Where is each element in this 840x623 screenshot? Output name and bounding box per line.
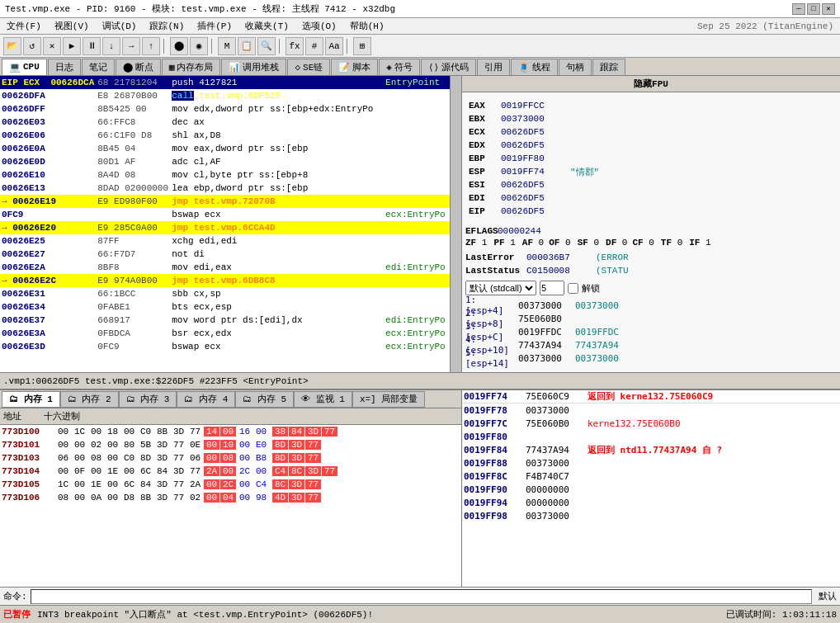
flag-item[interactable]: CF 0 [632, 238, 654, 248]
disasm-row[interactable]: 00626DFF 8B5425 00 mov edx,dword ptr ss:… [0, 102, 450, 116]
toolbar-step-out[interactable]: ↑ [142, 37, 160, 55]
close-button[interactable]: ✕ [822, 3, 835, 15]
tab-callstack[interactable]: 📊 调用堆栈 [221, 59, 286, 75]
toolbar-run[interactable]: ▶ [63, 37, 81, 55]
mem-byte: 00 [220, 427, 236, 437]
disasm-row[interactable]: → 00626E2C E9 974A0B00 jmp test.vmp.6DB8… [0, 274, 450, 287]
toolbar-aa[interactable]: Aa [325, 37, 343, 55]
disasm-row[interactable]: 00626E34 0FABE1 bts ecx,esp [0, 300, 450, 314]
flag-item[interactable]: PF 1 [493, 238, 515, 248]
register-row[interactable]: ESP 0019FF74 "情郡" [469, 165, 833, 178]
toolbar-ref[interactable]: 🔍 [257, 37, 276, 55]
toolbar-close[interactable]: ✕ [43, 37, 61, 55]
toolbar-pause[interactable]: ⏸ [83, 37, 101, 55]
disasm-row[interactable]: → 00626E19 E9 ED980F00 jmp test.vmp.7207… [0, 195, 450, 208]
mem-tab-watch[interactable]: 👁 监视 1 [294, 391, 352, 408]
tab-source[interactable]: ⟨⟩ 源代码 [421, 59, 476, 75]
disasm-row[interactable]: → 00626E20 E9 285C0A00 jmp test.vmp.6CCA… [0, 221, 450, 234]
menu-view[interactable]: 视图(V) [51, 19, 92, 33]
tab-log[interactable]: 日志 [48, 59, 81, 75]
toolbar-mem[interactable]: M [218, 37, 236, 55]
disasm-row[interactable]: 00626E10 8A4D 08 mov cl,byte ptr ss:[ebp… [0, 168, 450, 182]
disasm-row[interactable]: 0FC9 bswap ecx ecx:EntryPo [0, 208, 450, 221]
flag-item[interactable]: AF 0 [522, 238, 544, 248]
mem-tab-1[interactable]: 🗂 内存 1 [2, 391, 60, 408]
disasm-scrollbar[interactable] [450, 76, 461, 372]
stack-depth-input[interactable] [540, 281, 564, 295]
toolbar-extra[interactable]: ⊞ [353, 37, 371, 55]
disasm-row[interactable]: 00626E37 668917 mov word ptr ds:[edi],dx… [0, 314, 450, 327]
menu-options[interactable]: 选项(O) [299, 19, 340, 33]
toolbar-bp2[interactable]: ◉ [190, 37, 208, 55]
menu-trace[interactable]: 跟踪(N) [146, 19, 187, 33]
toolbar-sep2 [211, 39, 215, 54]
mem-tab-3[interactable]: 🗂 内存 3 [119, 391, 177, 408]
menu-file[interactable]: 文件(F) [3, 19, 45, 33]
tab-symbol[interactable]: ◈ 符号 [379, 59, 420, 75]
ret-addr: 0019FF94 [464, 498, 526, 508]
tab-trace[interactable]: 跟踪 [592, 59, 625, 75]
disasm-row[interactable]: 00626E0D 80D1 AF adc cl,AF [0, 155, 450, 168]
disasm-row[interactable]: 00626E25 87FF xchg edi,edi [0, 234, 450, 248]
register-row[interactable]: EDI 00626DF5 [469, 191, 833, 205]
flag-item[interactable]: DF 0 [606, 238, 627, 248]
menu-help[interactable]: 帮助(H) [347, 19, 388, 33]
register-row[interactable]: ECX 00626DF5 [469, 125, 833, 139]
tab-ref[interactable]: 引用 [477, 59, 510, 75]
disasm-row[interactable]: 00626E13 8DAD 02000000 lea ebp,dword ptr… [0, 182, 450, 195]
tab-thread[interactable]: 🧵 线程 [511, 59, 558, 75]
mem-tab-2[interactable]: 🗂 内存 2 [60, 391, 119, 408]
toolbar-log[interactable]: 📋 [238, 37, 256, 55]
menu-plugin[interactable]: 插件(P) [194, 19, 235, 33]
cmd-input[interactable] [31, 589, 812, 604]
tab-mem-map[interactable]: ▦ 内存布局 [162, 59, 221, 75]
tab-cpu[interactable]: 💻 CPU [2, 59, 47, 75]
disasm-row[interactable]: EIP ECX 00626DCA 68 21781204 push 412782… [0, 76, 450, 89]
mem-addr: 773D101 [2, 440, 55, 450]
toolbar-restart[interactable]: ↺ [23, 37, 41, 55]
register-row[interactable]: EIP 00626DF5 [469, 205, 833, 218]
flag-item[interactable]: OF 0 [549, 238, 570, 248]
flag-item[interactable]: ZF 1 [465, 238, 487, 248]
mem-tab-locals[interactable]: x=] 局部变量 [352, 391, 425, 408]
reg-value: 00626DF5 [501, 127, 567, 137]
calling-conv-select[interactable]: 默认 (stdcall) [465, 281, 536, 295]
disasm-row[interactable]: 00626E03 66:FFC8 dec ax [0, 116, 450, 129]
resolve-checkbox[interactable] [568, 283, 578, 294]
tab-se[interactable]: ◇ SE链 [287, 59, 330, 75]
register-row[interactable]: EAX 0019FFCC [469, 99, 833, 112]
disasm-row[interactable]: 00626E2A 8BF8 mov edi,eax edi:EntryPo [0, 261, 450, 274]
register-row[interactable]: EDX 00626DF5 [469, 139, 833, 152]
flag-item[interactable]: IF 1 [689, 238, 710, 248]
flag-item[interactable]: SF 0 [578, 238, 599, 248]
minimize-button[interactable]: — [792, 3, 805, 15]
toolbar-step-into[interactable]: ↓ [102, 37, 120, 55]
disasm-row[interactable]: 00626E3A 0FBDCA bsr ecx,edx ecx:EntryPo [0, 327, 450, 340]
tab-handle[interactable]: 句柄 [559, 59, 592, 75]
menu-debug[interactable]: 调试(D) [99, 19, 140, 33]
disasm-row[interactable]: 00626DFA E8 26870B00 call test.vmp.6DF52… [0, 89, 450, 102]
toolbar-bp[interactable]: ⬤ [170, 37, 188, 55]
register-row[interactable]: EBP 0019FF80 [469, 152, 833, 165]
menu-bookmarks[interactable]: 收藏夹(T) [242, 19, 292, 33]
mem-tab-4[interactable]: 🗂 内存 4 [177, 391, 235, 408]
toolbar-open[interactable]: 📂 [3, 37, 21, 55]
toolbar-hash[interactable]: # [305, 37, 323, 55]
toolbar-fx[interactable]: fx [286, 37, 304, 55]
stack-first-comment: 返回到 kerne132.75E060C9 [588, 390, 713, 403]
mem-tab-5[interactable]: 🗂 内存 5 [235, 391, 294, 408]
disasm-row[interactable]: 00626E0A 8B45 04 mov eax,dword ptr ss:[e… [0, 142, 450, 155]
tab-note[interactable]: 笔记 [82, 59, 115, 75]
disasm-row[interactable]: 00626E31 66:1BCC sbb cx,sp [0, 287, 450, 300]
tab-bp[interactable]: ⬤ 断点 [116, 59, 161, 75]
fpu-toggle[interactable]: 隐藏FPU [462, 76, 840, 92]
disasm-row[interactable]: 00626E06 66:C1F0 D8 shl ax,D8 [0, 129, 450, 142]
register-row[interactable]: ESI 00626DF5 [469, 178, 833, 191]
flag-item[interactable]: TF 0 [661, 238, 682, 248]
disasm-row[interactable]: 00626E3D 0FC9 bswap ecx ecx:EntryPo [0, 340, 450, 353]
maximize-button[interactable]: □ [807, 3, 820, 15]
toolbar-step-over[interactable]: → [122, 37, 140, 55]
tab-script[interactable]: 📝 脚本 [331, 59, 378, 75]
register-row[interactable]: EBX 00373000 [469, 112, 833, 125]
disasm-row[interactable]: 00626E27 66:F7D7 not di [0, 248, 450, 261]
